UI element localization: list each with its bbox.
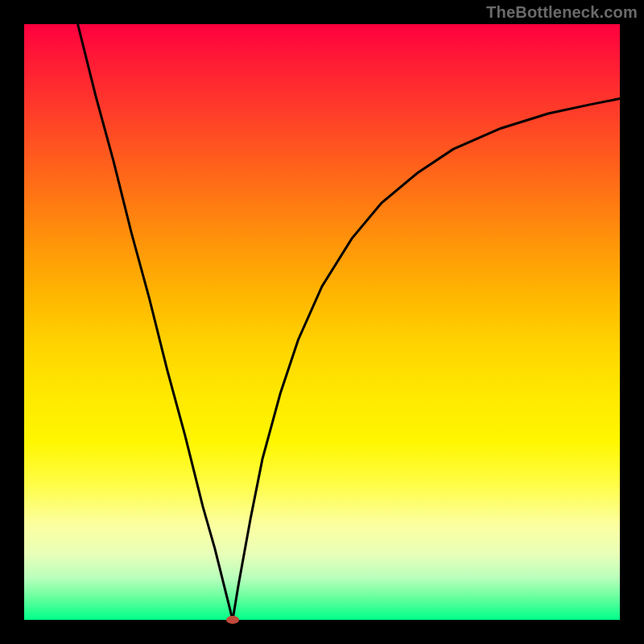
minimum-marker: [226, 616, 239, 624]
plot-area: [24, 24, 620, 620]
curve-right-branch: [233, 99, 620, 621]
watermark-text: TheBottleneck.com: [486, 3, 638, 22]
curve-left-branch: [78, 24, 233, 620]
chart-container: TheBottleneck.com: [0, 0, 644, 644]
curve-svg: [24, 24, 620, 620]
